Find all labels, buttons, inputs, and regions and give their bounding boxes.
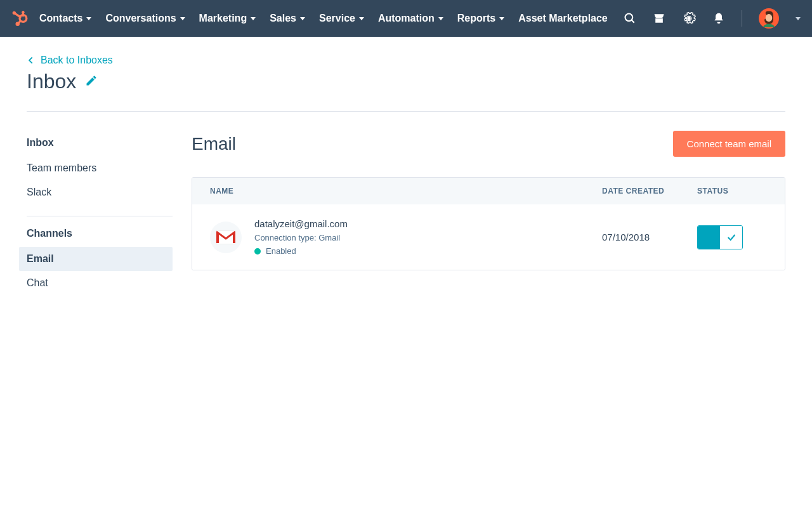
chevron-down-icon: [359, 17, 364, 20]
back-link-label: Back to Inboxes: [41, 55, 113, 66]
nav-label: Marketing: [199, 13, 247, 24]
connect-team-email-button[interactable]: Connect team email: [673, 131, 785, 157]
connection-type-value: Gmail: [318, 233, 340, 242]
status-toggle[interactable]: [697, 225, 743, 249]
nav-right-icons: [624, 8, 801, 29]
table-header-row: NAME DATE CREATED STATUS: [192, 178, 785, 204]
sidebar-item-slack[interactable]: Slack: [19, 180, 173, 204]
nav-items: Contacts Conversations Marketing Sales S…: [39, 13, 611, 24]
sidebar-item-chat[interactable]: Chat: [19, 271, 173, 295]
toggle-off-side: [720, 226, 742, 249]
svg-point-11: [766, 14, 773, 22]
enabled-status: Enabled: [254, 246, 348, 256]
check-icon: [726, 232, 737, 242]
chevron-down-icon: [86, 17, 91, 20]
chevron-down-icon: [180, 17, 185, 20]
svg-point-4: [22, 11, 24, 13]
column-header-status: STATUS: [697, 187, 767, 195]
nav-automation[interactable]: Automation: [378, 13, 443, 24]
table-row[interactable]: datalyzeit@gmail.com Connection type: Gm…: [192, 204, 785, 270]
pencil-icon[interactable]: [85, 74, 98, 89]
chevron-down-icon: [438, 17, 443, 20]
nav-reports[interactable]: Reports: [457, 13, 504, 24]
nav-conversations[interactable]: Conversations: [105, 13, 185, 24]
sidebar-divider: [27, 216, 173, 216]
svg-point-9: [687, 17, 691, 20]
chevron-down-icon: [251, 17, 256, 20]
top-nav: Contacts Conversations Marketing Sales S…: [0, 0, 812, 37]
page-header: Back to Inboxes Inbox: [0, 37, 812, 112]
header-divider: [27, 111, 785, 112]
gear-icon[interactable]: [682, 11, 696, 25]
email-address: datalyzeit@gmail.com: [254, 218, 348, 229]
nav-service[interactable]: Service: [319, 13, 364, 24]
svg-point-7: [625, 14, 633, 22]
svg-rect-12: [216, 230, 235, 244]
email-channels-table: NAME DATE CREATED STATUS datalyzeit@gmai…: [192, 177, 785, 270]
nav-contacts[interactable]: Contacts: [39, 13, 91, 24]
cell-status: [697, 225, 767, 249]
enabled-label: Enabled: [266, 246, 296, 256]
sidebar-item-team-members[interactable]: Team members: [19, 156, 173, 180]
bell-icon[interactable]: [712, 12, 725, 25]
toggle-on-side: [698, 226, 720, 249]
status-dot-icon: [254, 248, 261, 255]
nav-asset-marketplace[interactable]: Asset Marketplace: [518, 13, 611, 24]
search-icon[interactable]: [624, 12, 636, 25]
nav-label: Asset Marketplace: [518, 13, 608, 24]
cell-date: 07/10/2018: [602, 232, 697, 242]
nav-label: Sales: [270, 13, 296, 24]
sidebar-heading-channels: Channels: [27, 228, 192, 239]
nav-sales[interactable]: Sales: [270, 13, 305, 24]
svg-line-8: [632, 20, 634, 23]
gmail-icon: [210, 222, 242, 253]
nav-divider: [742, 10, 742, 27]
connection-type: Connection type: Gmail: [254, 233, 348, 242]
column-header-date: DATE CREATED: [602, 187, 697, 195]
back-link[interactable]: Back to Inboxes: [27, 55, 785, 66]
nav-label: Reports: [457, 13, 495, 24]
cell-name: datalyzeit@gmail.com Connection type: Gm…: [210, 218, 602, 256]
sidebar-item-email[interactable]: Email: [19, 247, 173, 271]
avatar[interactable]: [759, 8, 779, 29]
nav-marketing[interactable]: Marketing: [199, 13, 256, 24]
content-area: Inbox Team members Slack Channels Email …: [0, 131, 812, 295]
chevron-down-icon: [499, 17, 504, 20]
chevron-down-icon: [300, 17, 305, 20]
main-title: Email: [192, 134, 236, 154]
chevron-left-icon: [27, 56, 36, 65]
nav-label: Automation: [378, 13, 435, 24]
nav-label: Contacts: [39, 13, 82, 24]
svg-point-2: [13, 11, 16, 15]
hubspot-logo-icon[interactable]: [11, 10, 28, 27]
chevron-down-icon[interactable]: [796, 17, 801, 20]
marketplace-icon[interactable]: [653, 12, 665, 25]
column-header-name: NAME: [210, 187, 602, 195]
sidebar-heading-inbox: Inbox: [27, 137, 192, 149]
sidebar: Inbox Team members Slack Channels Email …: [27, 131, 192, 295]
page-title: Inbox: [27, 70, 76, 93]
nav-label: Service: [319, 13, 355, 24]
connection-type-label: Connection type:: [254, 233, 317, 242]
nav-label: Conversations: [105, 13, 176, 24]
main-panel: Email Connect team email NAME DATE CREAT…: [192, 131, 785, 295]
